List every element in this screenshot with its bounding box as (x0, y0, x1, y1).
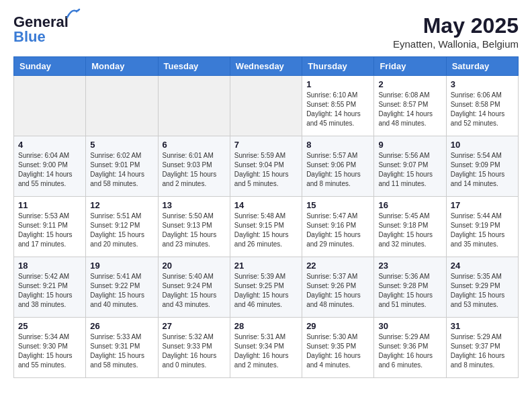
day-info: Sunrise: 5:59 AM Sunset: 9:04 PM Dayligh… (234, 151, 298, 189)
calendar-cell (86, 76, 158, 136)
day-number: 24 (451, 261, 514, 271)
day-info: Sunrise: 6:08 AM Sunset: 8:57 PM Dayligh… (378, 91, 441, 128)
day-number: 25 (18, 321, 81, 331)
calendar-cell: 28Sunrise: 5:31 AM Sunset: 9:34 PM Dayli… (230, 318, 302, 378)
week-row-4: 18Sunrise: 5:42 AM Sunset: 9:21 PM Dayli… (14, 257, 519, 318)
day-number: 4 (18, 140, 81, 150)
day-info: Sunrise: 5:47 AM Sunset: 9:16 PM Dayligh… (306, 212, 369, 249)
calendar-cell: 11Sunrise: 5:53 AM Sunset: 9:11 PM Dayli… (14, 197, 86, 257)
day-number: 2 (378, 79, 441, 89)
calendar-table: SundayMondayTuesdayWednesdayThursdayFrid… (13, 56, 519, 378)
day-info: Sunrise: 6:06 AM Sunset: 8:58 PM Dayligh… (451, 91, 514, 128)
day-info: Sunrise: 5:53 AM Sunset: 9:11 PM Dayligh… (18, 212, 81, 249)
weekday-header-row: SundayMondayTuesdayWednesdayThursdayFrid… (14, 57, 519, 76)
calendar-cell: 17Sunrise: 5:44 AM Sunset: 9:19 PM Dayli… (446, 197, 518, 257)
day-number: 29 (306, 321, 369, 331)
day-number: 10 (451, 140, 514, 150)
day-info: Sunrise: 5:36 AM Sunset: 9:28 PM Dayligh… (378, 272, 441, 310)
calendar-cell: 4Sunrise: 6:04 AM Sunset: 9:00 PM Daylig… (14, 136, 86, 197)
day-info: Sunrise: 5:30 AM Sunset: 9:35 PM Dayligh… (306, 332, 369, 370)
day-number: 31 (451, 321, 514, 331)
day-number: 9 (378, 140, 441, 150)
calendar-cell (158, 76, 230, 136)
day-info: Sunrise: 5:48 AM Sunset: 9:15 PM Dayligh… (234, 212, 298, 249)
day-number: 3 (451, 79, 514, 89)
calendar-cell: 27Sunrise: 5:32 AM Sunset: 9:33 PM Dayli… (158, 318, 230, 378)
calendar-cell: 5Sunrise: 6:02 AM Sunset: 9:01 PM Daylig… (86, 136, 158, 197)
day-info: Sunrise: 5:50 AM Sunset: 9:13 PM Dayligh… (163, 212, 226, 249)
calendar-cell: 15Sunrise: 5:47 AM Sunset: 9:16 PM Dayli… (302, 197, 374, 257)
title-block: May 2025 Eynatten, Wallonia, Belgium (393, 13, 519, 50)
weekday-header-sunday: Sunday (14, 57, 86, 76)
day-info: Sunrise: 5:42 AM Sunset: 9:21 PM Dayligh… (18, 272, 81, 310)
day-info: Sunrise: 5:41 AM Sunset: 9:22 PM Dayligh… (90, 272, 153, 310)
calendar-cell: 22Sunrise: 5:37 AM Sunset: 9:26 PM Dayli… (302, 257, 374, 318)
weekday-header-thursday: Thursday (302, 57, 374, 76)
day-info: Sunrise: 6:01 AM Sunset: 9:03 PM Dayligh… (163, 151, 226, 189)
day-number: 26 (90, 321, 153, 331)
location: Eynatten, Wallonia, Belgium (393, 38, 519, 50)
day-number: 5 (90, 140, 153, 150)
week-row-2: 4Sunrise: 6:04 AM Sunset: 9:00 PM Daylig… (14, 136, 519, 197)
day-number: 28 (234, 321, 298, 331)
calendar-cell: 30Sunrise: 5:29 AM Sunset: 9:36 PM Dayli… (374, 318, 446, 378)
calendar-cell: 3Sunrise: 6:06 AM Sunset: 8:58 PM Daylig… (446, 76, 518, 136)
day-info: Sunrise: 5:29 AM Sunset: 9:36 PM Dayligh… (378, 332, 441, 370)
day-number: 20 (163, 261, 226, 271)
day-info: Sunrise: 6:02 AM Sunset: 9:01 PM Dayligh… (90, 151, 153, 189)
day-info: Sunrise: 5:57 AM Sunset: 9:06 PM Dayligh… (306, 151, 369, 189)
weekday-header-monday: Monday (86, 57, 158, 76)
day-number: 12 (90, 200, 153, 210)
calendar-cell (14, 76, 86, 136)
day-info: Sunrise: 5:34 AM Sunset: 9:30 PM Dayligh… (18, 332, 81, 370)
calendar-cell: 6Sunrise: 6:01 AM Sunset: 9:03 PM Daylig… (158, 136, 230, 197)
day-number: 7 (234, 140, 298, 150)
logo: General Blue (13, 13, 69, 46)
day-number: 19 (90, 261, 153, 271)
day-number: 21 (234, 261, 298, 271)
calendar-cell: 23Sunrise: 5:36 AM Sunset: 9:28 PM Dayli… (374, 257, 446, 318)
day-number: 22 (306, 261, 369, 271)
calendar-cell: 10Sunrise: 5:54 AM Sunset: 9:09 PM Dayli… (446, 136, 518, 197)
day-number: 18 (18, 261, 81, 271)
calendar-cell: 14Sunrise: 5:48 AM Sunset: 9:15 PM Dayli… (230, 197, 302, 257)
calendar-cell: 1Sunrise: 6:10 AM Sunset: 8:55 PM Daylig… (302, 76, 374, 136)
week-row-5: 25Sunrise: 5:34 AM Sunset: 9:30 PM Dayli… (14, 318, 519, 378)
day-info: Sunrise: 5:37 AM Sunset: 9:26 PM Dayligh… (306, 272, 369, 310)
calendar-cell: 16Sunrise: 5:45 AM Sunset: 9:18 PM Dayli… (374, 197, 446, 257)
calendar-cell: 19Sunrise: 5:41 AM Sunset: 9:22 PM Dayli… (86, 257, 158, 318)
day-info: Sunrise: 5:56 AM Sunset: 9:07 PM Dayligh… (378, 151, 441, 189)
day-number: 27 (163, 321, 226, 331)
day-info: Sunrise: 5:39 AM Sunset: 9:25 PM Dayligh… (234, 272, 298, 310)
calendar-cell: 12Sunrise: 5:51 AM Sunset: 9:12 PM Dayli… (86, 197, 158, 257)
day-info: Sunrise: 6:04 AM Sunset: 9:00 PM Dayligh… (18, 151, 81, 189)
day-number: 1 (306, 79, 369, 89)
weekday-header-saturday: Saturday (446, 57, 518, 76)
day-number: 11 (18, 200, 81, 210)
calendar-cell: 21Sunrise: 5:39 AM Sunset: 9:25 PM Dayli… (230, 257, 302, 318)
calendar-cell: 26Sunrise: 5:33 AM Sunset: 9:31 PM Dayli… (86, 318, 158, 378)
calendar-cell: 13Sunrise: 5:50 AM Sunset: 9:13 PM Dayli… (158, 197, 230, 257)
day-info: Sunrise: 5:45 AM Sunset: 9:18 PM Dayligh… (378, 212, 441, 249)
weekday-header-friday: Friday (374, 57, 446, 76)
day-info: Sunrise: 5:51 AM Sunset: 9:12 PM Dayligh… (90, 212, 153, 249)
calendar-cell: 29Sunrise: 5:30 AM Sunset: 9:35 PM Dayli… (302, 318, 374, 378)
day-number: 6 (163, 140, 226, 150)
calendar-cell: 31Sunrise: 5:29 AM Sunset: 9:37 PM Dayli… (446, 318, 518, 378)
calendar-cell: 7Sunrise: 5:59 AM Sunset: 9:04 PM Daylig… (230, 136, 302, 197)
weekday-header-wednesday: Wednesday (230, 57, 302, 76)
day-number: 8 (306, 140, 369, 150)
day-info: Sunrise: 5:54 AM Sunset: 9:09 PM Dayligh… (451, 151, 514, 189)
day-info: Sunrise: 5:31 AM Sunset: 9:34 PM Dayligh… (234, 332, 298, 370)
calendar-cell: 9Sunrise: 5:56 AM Sunset: 9:07 PM Daylig… (374, 136, 446, 197)
calendar-cell: 25Sunrise: 5:34 AM Sunset: 9:30 PM Dayli… (14, 318, 86, 378)
day-info: Sunrise: 5:29 AM Sunset: 9:37 PM Dayligh… (451, 332, 514, 370)
page-header: General Blue May 2025 Eynatten, Wallonia… (13, 13, 519, 50)
calendar-cell: 20Sunrise: 5:40 AM Sunset: 9:24 PM Dayli… (158, 257, 230, 318)
day-info: Sunrise: 6:10 AM Sunset: 8:55 PM Dayligh… (306, 91, 369, 128)
week-row-1: 1Sunrise: 6:10 AM Sunset: 8:55 PM Daylig… (14, 76, 519, 136)
calendar-cell (230, 76, 302, 136)
day-info: Sunrise: 5:35 AM Sunset: 9:29 PM Dayligh… (451, 272, 514, 310)
day-number: 14 (234, 200, 298, 210)
calendar-cell: 18Sunrise: 5:42 AM Sunset: 9:21 PM Dayli… (14, 257, 86, 318)
